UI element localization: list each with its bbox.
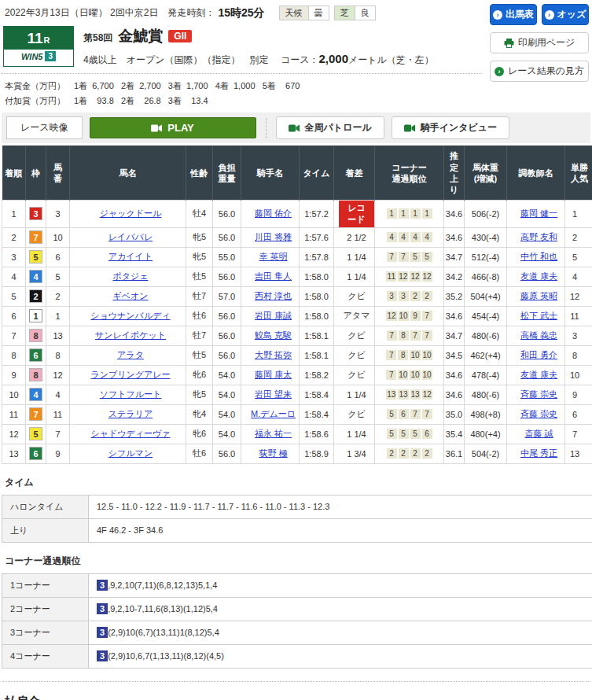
trainer-cell: 斉藤 崇史 — [507, 385, 565, 404]
carried-weight: 55.0 — [213, 247, 241, 267]
horse-name-link[interactable]: サンレイポケット — [95, 330, 166, 340]
trainer-link[interactable]: 友道 康夫 — [520, 370, 557, 379]
trainer-link[interactable]: 藤岡 健一 — [520, 208, 557, 218]
jockey-cell: 西村 淳也 — [241, 286, 300, 306]
carried-weight: 56.0 — [213, 306, 241, 326]
horse-name-link[interactable]: ソフトフルート — [100, 389, 162, 399]
estimated-last3f: 34.6 — [444, 385, 465, 404]
horse-name-link[interactable]: ギベオン — [112, 291, 148, 300]
trainer-link[interactable]: 友道 康夫 — [520, 271, 557, 281]
estimated-last3f: 35.0 — [444, 404, 465, 424]
jockey-link[interactable]: 岩田 康誠 — [255, 311, 292, 320]
horse-name-link[interactable]: レイパパレ — [108, 232, 153, 241]
header-carried-weight: 負担 重量 — [213, 146, 241, 200]
estimated-last3f: 34.2 — [444, 267, 465, 286]
horse-name-link[interactable]: シャドウディーヴァ — [90, 429, 170, 438]
corner-order-cell: 1111 — [375, 200, 444, 227]
result-row: 4 4 5 ポタジェ 牡5 56.0 吉田 隼人 1:58.0 1 1/4 11… — [2, 267, 592, 286]
jockey-link[interactable]: 荻野 極 — [259, 448, 287, 458]
horse-name-link[interactable]: アラタ — [117, 350, 144, 359]
margin-cell: クビ — [334, 345, 375, 365]
time-table: ハロンタイム 12.5 - 11.0 - 12.2 - 11.9 - 11.7 … — [2, 495, 592, 543]
horse-name-link[interactable]: ジャックドール — [100, 208, 162, 218]
corner-position: 1 — [410, 208, 421, 219]
corner-order-cell: 3322 — [375, 286, 444, 306]
jockey-interview-button[interactable]: 騎手インタビュー — [392, 116, 509, 139]
jockey-link[interactable]: 西村 淳也 — [255, 291, 292, 300]
trainer-link[interactable]: 和田 勇介 — [520, 350, 557, 359]
trainer-link[interactable]: 藤原 英昭 — [520, 291, 557, 300]
trainer-link[interactable]: 斉藤 崇史 — [520, 409, 557, 418]
jockey-link[interactable]: 吉田 隼人 — [255, 271, 292, 281]
odds-label: オッズ — [557, 8, 586, 21]
estimated-last3f: 34.6 — [444, 200, 465, 227]
jockey-link[interactable]: M.デムーロ — [251, 409, 296, 418]
jockey-link[interactable]: 大野 拓弥 — [255, 350, 292, 359]
trainer-link[interactable]: 中竹 和也 — [520, 252, 557, 261]
result-guide-label: レース結果の見方 — [508, 64, 584, 78]
race-number-suffix: R — [44, 35, 50, 45]
trainer-link[interactable]: 中尾 秀正 — [520, 448, 557, 458]
sex-age: 牝4 — [186, 404, 213, 424]
time-section-title: タイム — [5, 476, 589, 489]
corner-position: 7 — [386, 370, 396, 380]
corner-row: 2コーナー 3,9,2,10-7,11,6(8,13)(1,12)5,4 — [2, 597, 592, 621]
horse-name-link[interactable]: ランブリングアレー — [90, 370, 170, 379]
trainer-link[interactable]: 高野 友和 — [520, 232, 557, 241]
jockey-link[interactable]: 藤岡 康太 — [255, 370, 292, 379]
sex-age: 牝5 — [186, 247, 213, 267]
play-button[interactable]: PLAY — [90, 117, 256, 138]
blue-button-row: › 出馬表 › オッズ — [490, 4, 589, 25]
trainer-link[interactable]: 斉藤 崇史 — [520, 389, 557, 399]
win-popularity: 7 — [565, 424, 592, 444]
patrol-video-button[interactable]: 全周パトロール — [276, 116, 384, 139]
finish-position: 4 — [2, 267, 26, 286]
horse-name-cell: ランブリングアレー — [70, 365, 186, 385]
corner-order-cell: 7755 — [375, 247, 444, 267]
jockey-link[interactable]: 鮫島 克駿 — [255, 330, 292, 340]
trainer-cell: 友道 康夫 — [507, 267, 565, 286]
trainer-link[interactable]: 松下 武士 — [520, 311, 557, 320]
horse-name-link[interactable]: ポタジェ — [112, 271, 148, 281]
frame-number-chip: 6 — [29, 447, 42, 460]
jockey-cell: 岩田 康誠 — [241, 306, 300, 326]
horse-name-link[interactable]: シフルマン — [108, 448, 153, 458]
corner-position: 7 — [410, 409, 421, 419]
corner-position: 8 — [398, 350, 408, 360]
jockey-link[interactable]: 福永 祐一 — [255, 429, 292, 438]
margin-cell: 1 1/4 — [334, 247, 375, 267]
printer-icon — [504, 39, 514, 48]
result-guide-button[interactable]: › レース結果の見方 — [490, 61, 589, 82]
print-page-label: 印刷用ページ — [518, 36, 575, 50]
jockey-link[interactable]: 藤岡 佑介 — [255, 208, 292, 218]
win-popularity: 13 — [565, 444, 592, 463]
horse-name-link[interactable]: アカイイト — [108, 252, 153, 261]
corner-order-cell: 11121212 — [375, 267, 444, 286]
jockey-cell: 幸 英明 — [241, 247, 300, 267]
odds-button[interactable]: › オッズ — [542, 4, 589, 25]
entry-table-label: 出馬表 — [506, 8, 534, 21]
race-results-table: 着順 枠 馬 番 馬名 性齢 負担 重量 騎手名 タイム 着差 コーナー 通過順… — [2, 146, 592, 463]
corner-position: 5 — [387, 409, 397, 419]
corner3-label: 3コーナー — [2, 621, 89, 644]
jockey-link[interactable]: 幸 英明 — [259, 252, 287, 261]
finish-time: 1:58.0 — [300, 286, 334, 306]
trainer-link[interactable]: 斎藤 誠 — [524, 429, 553, 438]
entry-table-button[interactable]: › 出馬表 — [490, 4, 537, 25]
corner-position: 2 — [422, 291, 432, 301]
corner4-order: 3(2,9)10,6,7(1,13,11)(8,12)(4,5) — [89, 644, 592, 668]
print-page-button[interactable]: 印刷用ページ — [490, 32, 589, 53]
carried-weight: 56.0 — [213, 444, 241, 463]
jockey-link[interactable]: 川田 将雅 — [255, 232, 292, 241]
arrow-circle-icon: › — [545, 10, 554, 20]
jockey-link[interactable]: 岩田 望来 — [255, 389, 292, 399]
divider — [2, 73, 481, 74]
corner-position: 10 — [410, 370, 420, 380]
corner-position: 1 — [399, 208, 409, 219]
horse-name-link[interactable]: ステラリア — [108, 409, 153, 418]
horse-number: 7 — [46, 424, 70, 444]
frame-number-chip: 5 — [29, 250, 42, 263]
horse-name-link[interactable]: ショウナンバルディ — [90, 311, 170, 320]
corner1-order: 3,9,2,10(7,11)(6,8,12,13)5,1,4 — [89, 573, 592, 597]
trainer-link[interactable]: 高橋 義忠 — [520, 330, 557, 340]
